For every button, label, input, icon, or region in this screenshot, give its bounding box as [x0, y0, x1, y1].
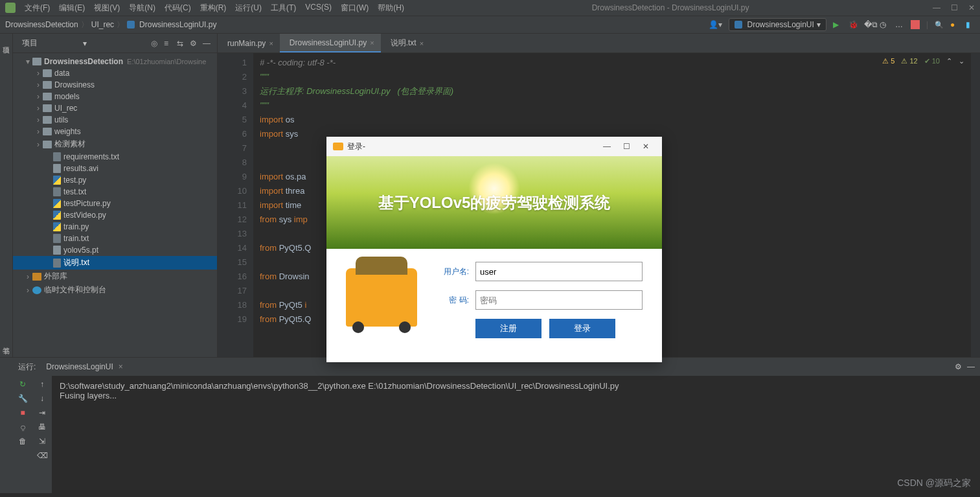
password-input[interactable] [475, 290, 643, 310]
menu-item[interactable]: 运行(U) [231, 1, 266, 15]
tree-item[interactable]: ›data [13, 67, 217, 79]
tree-item[interactable]: 说明.txt [13, 256, 217, 270]
tree-item[interactable]: ›临时文件和控制台 [13, 283, 217, 297]
breadcrumb-seg[interactable]: DrowsinessDetection [5, 20, 78, 29]
menu-item[interactable]: 帮助(H) [374, 1, 408, 15]
menu-item[interactable]: 编辑(E) [55, 1, 89, 15]
editor-tab[interactable]: runMain.py× [218, 34, 280, 52]
tree-item[interactable]: ▾DrowsinessDetectionE:\01zhuomian\Drowsi… [13, 56, 217, 67]
close-tab-icon[interactable]: × [269, 40, 273, 47]
tree-item[interactable]: testPicture.py [13, 198, 217, 209]
menu-item[interactable]: 文件(F) [21, 1, 54, 15]
target-icon[interactable]: ◎ [151, 39, 160, 48]
dialog-minimize-icon[interactable]: — [597, 142, 617, 151]
watermark: CSDN @源码之家 [897, 478, 971, 489]
coverage-icon[interactable]: �⧉ [864, 20, 873, 29]
username-label: 用户名: [430, 266, 469, 277]
tree-item[interactable]: ›外部库 [13, 270, 217, 283]
register-button[interactable]: 注册 [475, 319, 541, 338]
gear-icon[interactable] [190, 39, 199, 48]
tree-item[interactable]: ›models [13, 91, 217, 102]
scroll-end-icon[interactable]: ⇲ [39, 437, 45, 446]
avatar-icon[interactable]: ▮ [966, 20, 975, 29]
tree-item[interactable]: ›utils [13, 114, 217, 126]
tree-item[interactable]: test.txt [13, 186, 217, 198]
tree-item[interactable]: train.py [13, 221, 217, 233]
profile-icon[interactable]: ◷ [880, 20, 889, 29]
tree-item[interactable]: ›检测素材 [13, 137, 217, 151]
hide-icon[interactable]: — [203, 39, 212, 48]
breadcrumb-seg[interactable]: UI_rec [91, 20, 114, 29]
dialog-title-text: 登录- [347, 141, 365, 152]
close-icon[interactable]: ✕ [968, 3, 975, 12]
breadcrumb-seg[interactable]: DrowsinessLoginUI.py [139, 20, 216, 29]
close-tab-icon[interactable]: × [370, 39, 374, 47]
project-tree[interactable]: ▾DrowsinessDetectionE:\01zhuomian\Drowsi… [13, 53, 217, 357]
gear-icon[interactable] [955, 362, 962, 371]
menu-item[interactable]: 代码(C) [161, 1, 195, 15]
run-tool-window: 运行: DrowsinessLoginUI × — ↻ 🔧 ■ ⍜ 🗑 ↑ ↓ … [0, 357, 980, 493]
dialog-close-icon[interactable]: ✕ [636, 142, 655, 151]
menu-item[interactable]: 工具(T) [267, 1, 300, 15]
structure-tool-tab[interactable]: 结构 [0, 347, 12, 357]
filter-icon[interactable]: 🗑 [19, 437, 27, 446]
typo-badge[interactable]: ✔ 10 [924, 57, 940, 65]
tree-item[interactable]: yolov5s.pt [13, 244, 217, 256]
soft-wrap-icon[interactable]: ⇥ [39, 408, 45, 417]
console-output[interactable]: D:\software\study_anzhuang2\miniconda\an… [52, 376, 980, 493]
chevron-down-icon[interactable]: ▾ [83, 39, 87, 48]
tree-item[interactable]: ›weights [13, 126, 217, 137]
editor-tab[interactable]: 说明.txt× [381, 34, 430, 52]
project-tool-tab[interactable]: 项目 [0, 36, 12, 47]
chevron-up-icon[interactable]: ⌃ [946, 57, 952, 65]
close-tab-icon[interactable]: × [119, 362, 123, 371]
run-icon[interactable]: ▶ [833, 20, 842, 29]
menu-item[interactable]: 视图(V) [90, 1, 124, 15]
close-tab-icon[interactable]: × [420, 40, 424, 47]
rerun-icon[interactable]: ↻ [19, 380, 26, 389]
tree-item[interactable]: requirements.txt [13, 151, 217, 163]
down-icon[interactable]: ↓ [40, 394, 44, 403]
username-row: 用户名: [430, 262, 643, 281]
tree-item[interactable]: testVideo.py [13, 209, 217, 221]
menu-item[interactable]: 重构(R) [196, 1, 231, 15]
tree-item[interactable]: results.avi [13, 163, 217, 174]
login-button[interactable]: 登录 [549, 319, 615, 338]
weak-warning-badge[interactable]: ⚠ 12 [901, 57, 917, 65]
debug-icon[interactable]: 🐞 [849, 20, 858, 29]
editor-tab[interactable]: DrowsinessLoginUI.py× [280, 34, 381, 52]
hide-icon[interactable]: — [967, 362, 975, 371]
attach-icon[interactable]: … [895, 20, 904, 29]
username-input[interactable] [475, 262, 643, 281]
chevron-down-icon[interactable]: ⌄ [959, 57, 964, 65]
stop-icon[interactable] [911, 20, 920, 29]
menu-item[interactable]: 窗口(W) [337, 1, 372, 15]
dialog-maximize-icon[interactable]: ☐ [617, 142, 636, 151]
expand-icon[interactable]: ≡ [164, 39, 173, 48]
ide-updates-icon[interactable]: ● [950, 20, 959, 29]
collapse-icon[interactable]: ⇆ [177, 39, 186, 48]
tree-item[interactable]: test.py [13, 174, 217, 186]
user-dropdown[interactable]: 👤▾ [709, 20, 722, 29]
run-config-selector[interactable]: DrowsinessLoginUI ▾ [729, 18, 826, 31]
run-panel-config[interactable]: DrowsinessLoginUI [46, 362, 113, 371]
editor-marker-strip[interactable] [971, 53, 980, 357]
tree-item[interactable]: ›UI_rec [13, 102, 217, 114]
warning-badge[interactable]: ⚠ 5 [882, 57, 895, 65]
print-icon[interactable]: 🖶 [38, 422, 46, 432]
layout-icon[interactable]: ⍜ [21, 422, 25, 432]
menu-item[interactable]: VCS(S) [301, 1, 336, 15]
up-icon[interactable]: ↑ [40, 380, 44, 389]
tree-item[interactable]: train.txt [13, 233, 217, 244]
clear-icon[interactable]: ⌫ [37, 451, 48, 460]
wrench-icon[interactable]: 🔧 [18, 394, 28, 403]
inspection-badges[interactable]: ⚠ 5 ⚠ 12 ✔ 10 ⌃ ⌄ [882, 57, 964, 65]
menu-item[interactable]: 导航(N) [125, 1, 159, 15]
minimize-icon[interactable]: — [933, 3, 940, 12]
stop-icon[interactable]: ■ [20, 408, 25, 417]
search-icon[interactable] [935, 20, 944, 29]
breadcrumb: DrowsinessDetection 〉 UI_rec 〉 Drowsines… [5, 19, 216, 30]
bookmarks-tool-tab[interactable]: 书签 [0, 336, 12, 347]
tree-item[interactable]: ›Drowsiness [13, 79, 217, 91]
maximize-icon[interactable]: ☐ [951, 3, 958, 12]
